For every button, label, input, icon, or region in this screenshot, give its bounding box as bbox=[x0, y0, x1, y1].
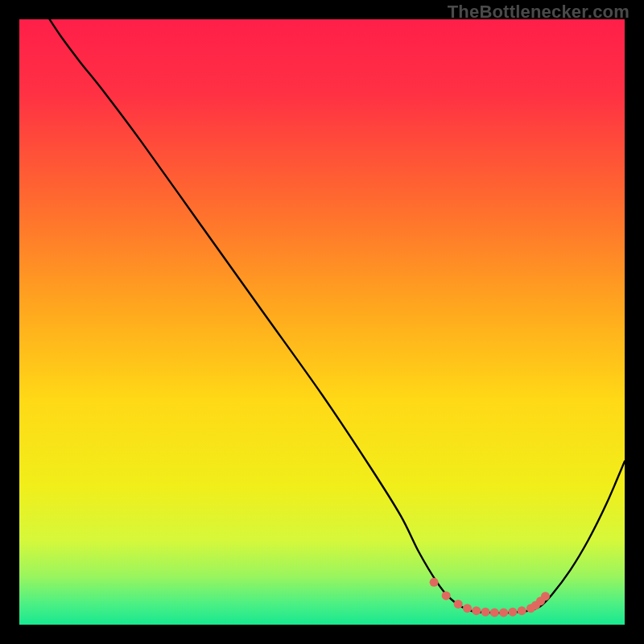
optimal-dot bbox=[508, 608, 517, 617]
optimal-dot bbox=[541, 592, 550, 601]
watermark-text: TheBottlenecker.com bbox=[448, 2, 630, 23]
optimal-dot bbox=[454, 600, 463, 609]
optimal-dot bbox=[481, 608, 490, 617]
optimal-dot bbox=[430, 578, 439, 587]
optimal-dot bbox=[518, 606, 526, 615]
gradient-background bbox=[19, 19, 625, 625]
optimal-dot bbox=[490, 608, 499, 617]
chart-svg bbox=[19, 19, 625, 625]
optimal-dot bbox=[472, 606, 481, 615]
optimal-dot bbox=[499, 608, 508, 617]
optimal-dot bbox=[442, 591, 451, 600]
chart-plot-area bbox=[19, 19, 625, 625]
optimal-dot bbox=[463, 604, 472, 613]
